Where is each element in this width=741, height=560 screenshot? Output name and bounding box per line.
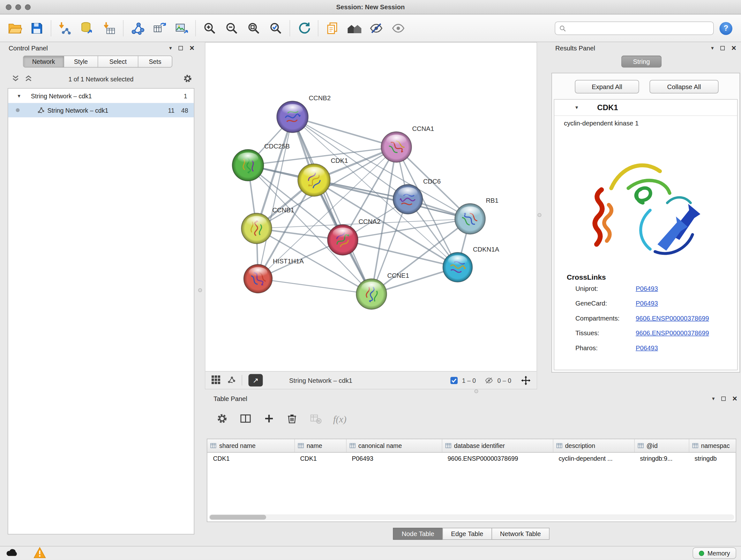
zoom-out-icon [225, 22, 239, 35]
network-node[interactable] [277, 101, 308, 133]
title-bar: Session: New Session [0, 0, 741, 14]
show-columns-button[interactable] [239, 412, 252, 426]
collection-expand-icon[interactable]: ▾ [18, 93, 20, 99]
tab-network-table[interactable]: Network Table [491, 528, 549, 540]
detach-view-button[interactable]: ↗ [249, 374, 263, 387]
function-builder-button[interactable]: f(x) [333, 414, 347, 425]
network-node[interactable] [244, 264, 273, 293]
zoom-fit-button[interactable] [246, 20, 262, 37]
tab-string[interactable]: String [621, 56, 662, 68]
column-header-description[interactable]: description [553, 439, 634, 452]
homes-icon [347, 22, 362, 35]
warnings-button[interactable] [33, 547, 46, 560]
network-edge[interactable] [293, 117, 397, 147]
network-edge[interactable] [258, 279, 372, 294]
birdseye-view-button[interactable] [211, 375, 221, 386]
network-node[interactable] [241, 213, 272, 244]
close-panel-icon[interactable]: × [731, 44, 736, 52]
search-input[interactable] [569, 24, 708, 32]
delete-table-button-disabled[interactable] [309, 412, 322, 426]
column-header-shared-name[interactable]: shared name [207, 439, 294, 452]
selected-checkbox-icon[interactable] [450, 376, 458, 384]
network-row[interactable]: String Network – cdk1 11 48 [8, 103, 194, 118]
zoom-out-button[interactable] [224, 20, 240, 37]
tab-node-table[interactable]: Node Table [393, 528, 443, 540]
network-edge[interactable] [258, 117, 293, 279]
column-header-name[interactable]: name [294, 439, 346, 452]
tab-network[interactable]: Network [23, 56, 64, 67]
tab-style[interactable]: Style [64, 56, 98, 67]
column-header-database-identifier[interactable]: database identifier [442, 439, 553, 452]
collapse-all-button[interactable]: Collapse All [650, 80, 719, 94]
close-panel-icon[interactable]: × [190, 44, 194, 52]
memory-button[interactable]: Memory [693, 548, 736, 559]
pan-crosshair-icon[interactable] [521, 375, 531, 385]
export-image-button[interactable] [173, 20, 190, 37]
vertical-splitter-handle[interactable] [198, 288, 202, 292]
network-node[interactable] [356, 279, 387, 309]
open-session-button[interactable] [7, 20, 23, 37]
panel-menu-icon[interactable]: ▾ [169, 45, 172, 51]
show-hidden-button[interactable] [390, 20, 407, 37]
zoom-in-button[interactable] [202, 20, 218, 37]
float-panel-icon[interactable] [721, 46, 725, 50]
scrollbar-thumb[interactable] [210, 515, 266, 520]
network-options-button[interactable] [183, 73, 192, 84]
panel-menu-icon[interactable]: ▾ [711, 45, 714, 51]
gene-section-header[interactable]: ▾ CDK1 [554, 100, 737, 116]
network-node[interactable] [327, 225, 358, 255]
delete-column-button[interactable] [286, 413, 298, 426]
clone-network-button[interactable] [151, 20, 167, 37]
new-network-button[interactable] [129, 20, 145, 37]
horizontal-splitter-handle[interactable] [475, 389, 478, 393]
network-edge[interactable] [293, 117, 372, 294]
network-node[interactable] [298, 164, 330, 196]
network-node[interactable] [393, 185, 423, 214]
network-canvas[interactable]: CCNB2CCNA1CDC25BCDK1CDC6RB1CCNB1CCNA2CDK… [205, 43, 537, 372]
hide-selected-button[interactable] [368, 20, 385, 37]
close-panel-icon[interactable]: × [732, 394, 737, 402]
float-panel-icon[interactable] [179, 46, 183, 50]
add-column-button[interactable] [263, 413, 275, 426]
network-edge[interactable] [314, 180, 470, 219]
panel-menu-icon[interactable]: ▾ [712, 396, 715, 401]
status-bar: Memory [0, 546, 741, 560]
tab-sets[interactable]: Sets [138, 56, 172, 67]
network-node[interactable] [455, 204, 485, 234]
horizontal-scrollbar[interactable] [209, 514, 734, 520]
crosslink-tissues[interactable]: 9606.ENSP00000378699 [636, 329, 709, 337]
show-all-button[interactable] [346, 20, 362, 37]
network-tree: ▾ String Network – cdk1 1 String Network… [8, 88, 194, 535]
cloud-services-button[interactable] [5, 548, 19, 559]
tab-select[interactable]: Select [98, 56, 138, 67]
network-node[interactable] [381, 132, 412, 163]
import-table-button[interactable] [101, 20, 118, 37]
column-header-namespace[interactable]: namespac [689, 439, 737, 452]
import-network-file-button[interactable] [57, 20, 73, 37]
copy-document-button[interactable] [324, 20, 340, 37]
table-row[interactable]: CDK1 CDK1 P06493 9606.ENSP00000378699 cy… [207, 452, 737, 465]
float-panel-icon[interactable] [722, 396, 726, 401]
crosslink-pharos[interactable]: P06493 [636, 345, 658, 352]
crosslink-compartments[interactable]: 9606.ENSP00000378699 [636, 315, 709, 322]
section-expand-icon[interactable]: ▾ [576, 105, 578, 111]
network-overview-button[interactable] [227, 375, 235, 385]
vertical-splitter-handle[interactable] [538, 213, 542, 217]
apply-layout-button[interactable] [296, 20, 312, 37]
column-header-canonical-name[interactable]: canonical name [346, 439, 442, 452]
crosslink-genecard[interactable]: P06493 [636, 300, 658, 307]
help-button[interactable]: ? [720, 22, 733, 35]
crosslink-uniprot[interactable]: P06493 [636, 285, 658, 293]
column-header-id[interactable]: @id [634, 439, 689, 452]
save-session-button[interactable] [29, 20, 45, 37]
network-collection-row[interactable]: ▾ String Network – cdk1 1 [8, 89, 194, 103]
table-options-button[interactable] [216, 413, 228, 426]
tab-edge-table[interactable]: Edge Table [442, 528, 492, 540]
zoom-in-icon [203, 22, 216, 35]
network-node[interactable] [232, 149, 264, 181]
zoom-selected-button[interactable] [268, 20, 284, 37]
network-node[interactable] [443, 253, 473, 282]
hidden-eye-slash-icon[interactable] [484, 376, 494, 384]
import-network-database-button[interactable] [79, 20, 95, 37]
expand-all-button[interactable]: Expand All [575, 80, 639, 94]
